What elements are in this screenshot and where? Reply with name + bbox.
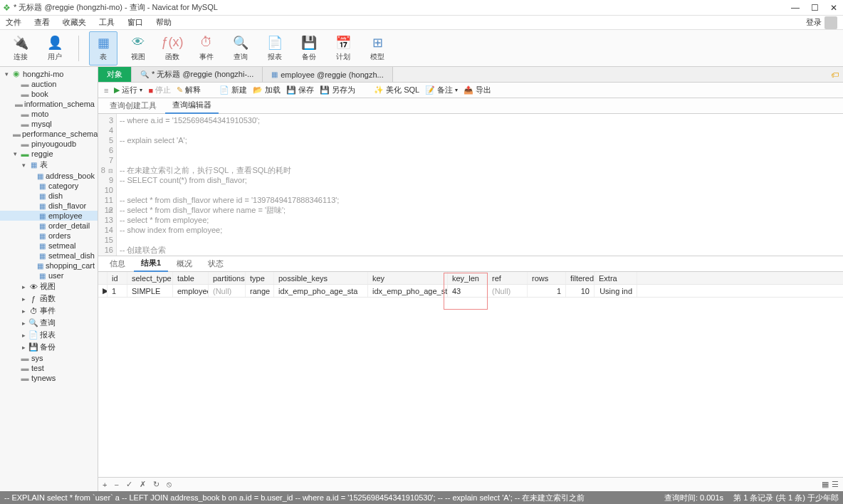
stop-refresh-button[interactable]: ⦸ — [167, 480, 172, 489]
column-header[interactable]: type — [246, 272, 274, 284]
tree-item[interactable]: ▦shopping_cart — [0, 261, 98, 271]
run-button[interactable]: ▶运行 ▾ — [114, 85, 142, 95]
tree-item[interactable]: ▸👁视图 — [0, 280, 98, 293]
tree-item[interactable]: ▸ƒ函数 — [0, 293, 98, 305]
tool-user[interactable]: 👤用户 — [41, 32, 68, 65]
tab-objects[interactable]: 对象 — [98, 67, 132, 82]
tree-item[interactable]: ▬book — [0, 89, 98, 99]
query-settings-icon[interactable]: ≡ — [104, 86, 108, 95]
tree-item[interactable]: ▬tynews — [0, 373, 98, 383]
grid-view-button[interactable]: ▦ — [822, 480, 829, 489]
tree-item[interactable]: ▬pinyougoudb — [0, 139, 98, 149]
tree-item[interactable]: ▬mysql — [0, 119, 98, 129]
tree-item[interactable]: ▦setmeal — [0, 241, 98, 251]
column-header[interactable]: filtered — [566, 272, 595, 284]
tree-item[interactable]: ▸📄报表 — [0, 329, 98, 341]
subtab-builder[interactable]: 查询创建工具 — [103, 98, 164, 113]
saveas-button[interactable]: 💾另存为 — [320, 85, 355, 95]
tool-query[interactable]: 🔍查询 — [227, 32, 254, 65]
menu-file[interactable]: 文件 — [6, 17, 21, 28]
commit-button[interactable]: ✓ — [126, 480, 132, 489]
tree-item[interactable]: ▦dish — [0, 191, 98, 201]
load-button[interactable]: 📂加载 — [253, 85, 281, 95]
save-button[interactable]: 💾保存 — [286, 85, 314, 95]
tree-item[interactable]: ▾▦表 — [0, 159, 98, 171]
column-header[interactable]: select_type — [127, 272, 173, 284]
tree-item[interactable]: ▦employee — [0, 211, 98, 221]
tree-item[interactable]: ▾▬reggie — [0, 149, 98, 159]
minimize-button[interactable]: — — [791, 3, 800, 13]
column-header[interactable]: Extra — [595, 272, 637, 284]
menu-window[interactable]: 窗口 — [127, 17, 143, 28]
cancel-button[interactable]: ✗ — [140, 480, 146, 489]
subtab-editor[interactable]: 查询编辑器 — [165, 98, 219, 114]
column-header[interactable]: table — [173, 272, 209, 284]
column-header[interactable]: partitions — [209, 272, 246, 284]
menu-tools[interactable]: 工具 — [99, 17, 115, 28]
add-row-button[interactable]: + — [103, 481, 107, 489]
tool-plan[interactable]: 📅计划 — [330, 32, 357, 65]
tree-item[interactable]: ▬moto — [0, 109, 98, 119]
result-tab-status[interactable]: 状态 — [201, 256, 231, 271]
tool-table[interactable]: ▦表 — [89, 31, 117, 65]
result-tab-info[interactable]: 信息 — [103, 256, 132, 271]
tool-model[interactable]: ⊞模型 — [364, 32, 391, 65]
tree-item[interactable]: ▦dish_flavor — [0, 201, 98, 211]
tree-item[interactable]: ▦setmeal_dish — [0, 251, 98, 261]
tree-item[interactable]: ▦orders — [0, 231, 98, 241]
tool-event[interactable]: ⏱事件 — [193, 32, 220, 65]
tab-query-1[interactable]: 🔍* 无标题 @reggie (hongzhi-... — [132, 67, 263, 82]
column-header[interactable]: id — [108, 272, 127, 284]
column-header[interactable]: key — [368, 272, 448, 284]
tool-backup[interactable]: 💾备份 — [295, 32, 323, 65]
tree-item[interactable]: ▸🔍查询 — [0, 317, 98, 329]
column-header[interactable]: ref — [488, 272, 528, 284]
tree-item[interactable]: ▬test — [0, 363, 98, 373]
tree-item[interactable]: ▦user — [0, 271, 98, 280]
separator — [78, 36, 79, 61]
login-link[interactable]: 登录 — [806, 17, 822, 28]
new-button[interactable]: 📄新建 — [219, 85, 247, 95]
beautify-button[interactable]: ✨美化 SQL — [374, 85, 419, 95]
menu-fav[interactable]: 收藏夹 — [63, 17, 86, 28]
tree-item[interactable]: ▾◉hongzhi-mo — [0, 68, 98, 79]
menu-view[interactable]: 查看 — [34, 17, 50, 28]
tool-function[interactable]: ƒ(x)函数 — [159, 32, 186, 65]
close-button[interactable]: ✕ — [830, 3, 837, 13]
refresh-button[interactable]: ↻ — [153, 480, 159, 489]
form-view-button[interactable]: ☰ — [832, 480, 839, 489]
tab-query-2[interactable]: ▦employee @reggie (hongzh... — [263, 67, 392, 82]
explain-button[interactable]: ✎解释 — [177, 85, 201, 95]
maximize-button[interactable]: ☐ — [811, 3, 819, 13]
sql-editor[interactable]: 345678 ⊟91011 ⊟1213141516 ⊟17181920 -- w… — [98, 114, 843, 256]
result-grid[interactable]: idselect_typetablepartitionstypepossible… — [98, 272, 843, 477]
delete-row-button[interactable]: − — [114, 481, 118, 489]
tool-view[interactable]: 👁视图 — [125, 32, 152, 65]
avatar[interactable] — [824, 16, 837, 29]
window-title: * 无标题 @reggie (hongzhi-mo) - 查询 - Navica… — [14, 2, 791, 13]
notes-button[interactable]: 📝备注 ▾ — [425, 85, 458, 95]
app-icon: ❖ — [3, 3, 11, 13]
tab-fav-icon[interactable]: 🏷 — [827, 70, 843, 79]
tree-item[interactable]: ▬auction — [0, 79, 98, 89]
export-button[interactable]: 📤导出 — [464, 85, 491, 95]
stop-button[interactable]: ■停止 — [148, 85, 171, 95]
tree-item[interactable]: ▬performance_schema — [0, 129, 98, 139]
tree-item[interactable]: ▬sys — [0, 353, 98, 363]
menu-help[interactable]: 帮助 — [156, 17, 172, 28]
tool-connection[interactable]: 🔌连接 — [7, 32, 34, 65]
tree-item[interactable]: ▦address_book — [0, 171, 98, 181]
column-header[interactable]: possible_keys — [274, 272, 368, 284]
result-tab-result1[interactable]: 结果1 — [134, 256, 168, 272]
status-time: 查询时间: 0.001s — [664, 493, 723, 503]
column-header[interactable]: rows — [528, 272, 566, 284]
connection-tree[interactable]: ▾◉hongzhi-mo▬auction▬book▬information_sc… — [0, 67, 98, 491]
tree-item[interactable]: ▬information_schema — [0, 99, 98, 109]
status-sql: -- EXPLAIN select * from `user` a -- LEF… — [4, 493, 588, 503]
result-tab-summary[interactable]: 概况 — [169, 256, 199, 271]
tree-item[interactable]: ▦category — [0, 181, 98, 191]
tree-item[interactable]: ▸⏱事件 — [0, 305, 98, 317]
tool-report[interactable]: 📄报表 — [261, 32, 288, 65]
tree-item[interactable]: ▸💾备份 — [0, 341, 98, 353]
tree-item[interactable]: ▦order_detail — [0, 221, 98, 231]
